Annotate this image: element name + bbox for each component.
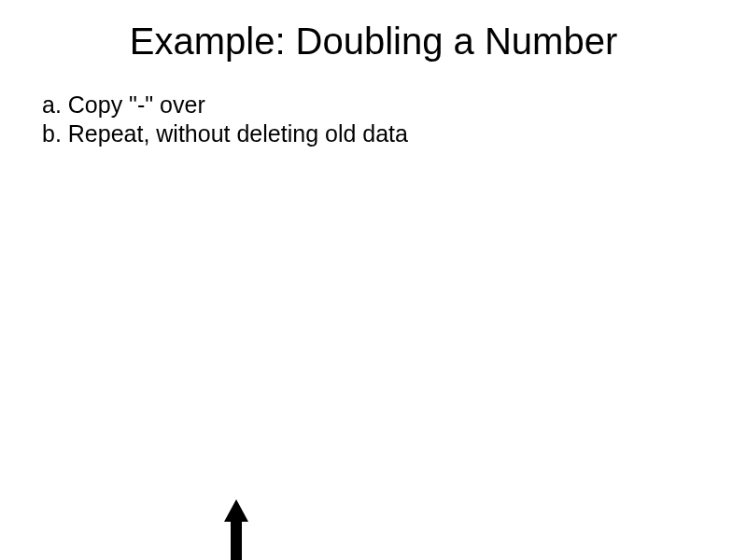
list-item-marker: a.: [42, 91, 68, 119]
list-item-text: Copy "-" over: [68, 91, 205, 119]
slide-title: Example: Doubling a Number: [0, 0, 747, 72]
svg-marker-0: [224, 499, 248, 560]
list-item-marker: b.: [42, 119, 68, 148]
slide-body: a. Copy "-" over b. Repeat, without dele…: [0, 72, 747, 149]
up-arrow-icon: [222, 499, 250, 560]
list-item-text: Repeat, without deleting old data: [68, 119, 408, 148]
list-item: b. Repeat, without deleting old data: [42, 119, 747, 148]
list-item: a. Copy "-" over: [42, 91, 747, 119]
